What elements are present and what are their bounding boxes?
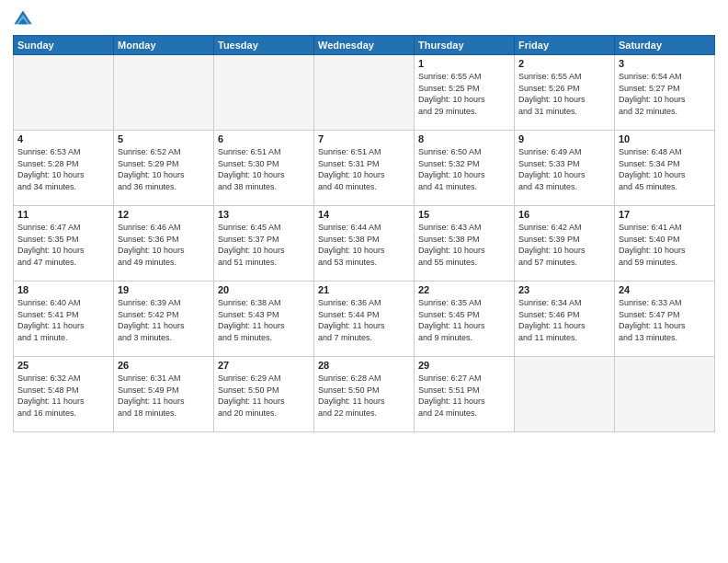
day-info: Sunrise: 6:47 AM Sunset: 5:35 PM Dayligh… [17,222,109,268]
day-cell [14,55,114,131]
day-cell: 11Sunrise: 6:47 AM Sunset: 5:35 PM Dayli… [14,206,114,282]
day-cell [515,357,615,432]
day-number: 27 [218,360,310,371]
day-info: Sunrise: 6:29 AM Sunset: 5:50 PM Dayligh… [218,373,310,419]
day-cell: 27Sunrise: 6:29 AM Sunset: 5:50 PM Dayli… [214,357,314,432]
day-number: 21 [318,284,410,295]
day-number: 28 [318,360,410,371]
day-number: 17 [619,209,711,220]
day-number: 11 [17,209,109,220]
day-cell: 6Sunrise: 6:51 AM Sunset: 5:30 PM Daylig… [214,131,314,206]
day-cell: 26Sunrise: 6:31 AM Sunset: 5:49 PM Dayli… [114,357,214,432]
day-number: 16 [518,209,610,220]
week-row-3: 11Sunrise: 6:47 AM Sunset: 5:35 PM Dayli… [14,206,715,282]
day-cell: 22Sunrise: 6:35 AM Sunset: 5:45 PM Dayli… [415,282,515,357]
day-cell [615,357,715,432]
day-info: Sunrise: 6:42 AM Sunset: 5:39 PM Dayligh… [518,222,610,268]
day-info: Sunrise: 6:34 AM Sunset: 5:46 PM Dayligh… [518,297,610,343]
day-info: Sunrise: 6:45 AM Sunset: 5:37 PM Dayligh… [218,222,310,268]
day-cell: 29Sunrise: 6:27 AM Sunset: 5:51 PM Dayli… [415,357,515,432]
day-cell: 20Sunrise: 6:38 AM Sunset: 5:43 PM Dayli… [214,282,314,357]
day-number: 7 [318,133,410,144]
day-number: 3 [619,58,711,69]
day-cell: 23Sunrise: 6:34 AM Sunset: 5:46 PM Dayli… [515,282,615,357]
logo [13,9,37,29]
day-info: Sunrise: 6:51 AM Sunset: 5:31 PM Dayligh… [318,146,410,192]
column-header-friday: Friday [515,36,615,55]
day-info: Sunrise: 6:32 AM Sunset: 5:48 PM Dayligh… [17,373,109,419]
day-cell: 5Sunrise: 6:52 AM Sunset: 5:29 PM Daylig… [114,131,214,206]
week-row-5: 25Sunrise: 6:32 AM Sunset: 5:48 PM Dayli… [14,357,715,432]
header [13,9,715,29]
day-number: 14 [318,209,410,220]
day-cell: 17Sunrise: 6:41 AM Sunset: 5:40 PM Dayli… [615,206,715,282]
day-number: 18 [17,284,109,295]
week-row-2: 4Sunrise: 6:53 AM Sunset: 5:28 PM Daylig… [14,131,715,206]
day-info: Sunrise: 6:50 AM Sunset: 5:32 PM Dayligh… [418,146,510,192]
day-info: Sunrise: 6:28 AM Sunset: 5:50 PM Dayligh… [318,373,410,419]
day-cell: 16Sunrise: 6:42 AM Sunset: 5:39 PM Dayli… [515,206,615,282]
day-number: 26 [118,360,210,371]
day-cell: 19Sunrise: 6:39 AM Sunset: 5:42 PM Dayli… [114,282,214,357]
day-number: 5 [118,133,210,144]
day-cell [114,55,214,131]
day-info: Sunrise: 6:31 AM Sunset: 5:49 PM Dayligh… [118,373,210,419]
day-info: Sunrise: 6:52 AM Sunset: 5:29 PM Dayligh… [118,146,210,192]
day-number: 9 [518,133,610,144]
day-cell: 2Sunrise: 6:55 AM Sunset: 5:26 PM Daylig… [515,55,615,131]
day-number: 10 [619,133,711,144]
day-info: Sunrise: 6:33 AM Sunset: 5:47 PM Dayligh… [619,297,711,343]
day-info: Sunrise: 6:48 AM Sunset: 5:34 PM Dayligh… [619,146,711,192]
day-number: 4 [17,133,109,144]
day-info: Sunrise: 6:54 AM Sunset: 5:27 PM Dayligh… [619,71,711,117]
day-cell: 9Sunrise: 6:49 AM Sunset: 5:33 PM Daylig… [515,131,615,206]
day-cell: 4Sunrise: 6:53 AM Sunset: 5:28 PM Daylig… [14,131,114,206]
day-info: Sunrise: 6:35 AM Sunset: 5:45 PM Dayligh… [418,297,510,343]
week-row-1: 1Sunrise: 6:55 AM Sunset: 5:25 PM Daylig… [14,55,715,131]
day-cell: 15Sunrise: 6:43 AM Sunset: 5:38 PM Dayli… [415,206,515,282]
day-number: 12 [118,209,210,220]
day-number: 25 [17,360,109,371]
day-info: Sunrise: 6:49 AM Sunset: 5:33 PM Dayligh… [518,146,610,192]
calendar-table: SundayMondayTuesdayWednesdayThursdayFrid… [13,35,715,432]
column-header-sunday: Sunday [14,36,114,55]
day-info: Sunrise: 6:41 AM Sunset: 5:40 PM Dayligh… [619,222,711,268]
day-info: Sunrise: 6:40 AM Sunset: 5:41 PM Dayligh… [17,297,109,343]
day-cell: 13Sunrise: 6:45 AM Sunset: 5:37 PM Dayli… [214,206,314,282]
day-info: Sunrise: 6:39 AM Sunset: 5:42 PM Dayligh… [118,297,210,343]
day-info: Sunrise: 6:55 AM Sunset: 5:26 PM Dayligh… [518,71,610,117]
day-info: Sunrise: 6:53 AM Sunset: 5:28 PM Dayligh… [17,146,109,192]
day-info: Sunrise: 6:46 AM Sunset: 5:36 PM Dayligh… [118,222,210,268]
day-number: 8 [418,133,510,144]
day-cell: 25Sunrise: 6:32 AM Sunset: 5:48 PM Dayli… [14,357,114,432]
day-cell [214,55,314,131]
day-number: 2 [518,58,610,69]
day-cell: 10Sunrise: 6:48 AM Sunset: 5:34 PM Dayli… [615,131,715,206]
page: SundayMondayTuesdayWednesdayThursdayFrid… [0,0,728,563]
column-header-tuesday: Tuesday [214,36,314,55]
day-info: Sunrise: 6:44 AM Sunset: 5:38 PM Dayligh… [318,222,410,268]
day-cell: 24Sunrise: 6:33 AM Sunset: 5:47 PM Dayli… [615,282,715,357]
calendar-body: 1Sunrise: 6:55 AM Sunset: 5:25 PM Daylig… [14,55,715,432]
day-number: 23 [518,284,610,295]
day-info: Sunrise: 6:43 AM Sunset: 5:38 PM Dayligh… [418,222,510,268]
week-row-4: 18Sunrise: 6:40 AM Sunset: 5:41 PM Dayli… [14,282,715,357]
day-number: 20 [218,284,310,295]
day-cell: 18Sunrise: 6:40 AM Sunset: 5:41 PM Dayli… [14,282,114,357]
day-info: Sunrise: 6:36 AM Sunset: 5:44 PM Dayligh… [318,297,410,343]
column-header-wednesday: Wednesday [314,36,415,55]
day-cell [314,55,415,131]
day-info: Sunrise: 6:51 AM Sunset: 5:30 PM Dayligh… [218,146,310,192]
day-cell: 21Sunrise: 6:36 AM Sunset: 5:44 PM Dayli… [314,282,415,357]
day-cell: 7Sunrise: 6:51 AM Sunset: 5:31 PM Daylig… [314,131,415,206]
day-cell: 14Sunrise: 6:44 AM Sunset: 5:38 PM Dayli… [314,206,415,282]
column-header-thursday: Thursday [415,36,515,55]
day-cell: 3Sunrise: 6:54 AM Sunset: 5:27 PM Daylig… [615,55,715,131]
day-cell: 1Sunrise: 6:55 AM Sunset: 5:25 PM Daylig… [415,55,515,131]
day-number: 6 [218,133,310,144]
logo-icon [13,9,33,29]
day-info: Sunrise: 6:38 AM Sunset: 5:43 PM Dayligh… [218,297,310,343]
day-cell: 12Sunrise: 6:46 AM Sunset: 5:36 PM Dayli… [114,206,214,282]
column-header-monday: Monday [114,36,214,55]
day-number: 19 [118,284,210,295]
